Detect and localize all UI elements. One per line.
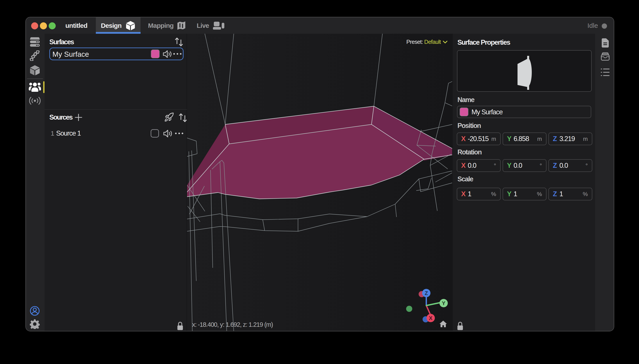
svg-text:Y: Y	[442, 300, 445, 306]
svg-text:X: X	[429, 315, 433, 321]
svg-text:Z: Z	[425, 290, 428, 296]
